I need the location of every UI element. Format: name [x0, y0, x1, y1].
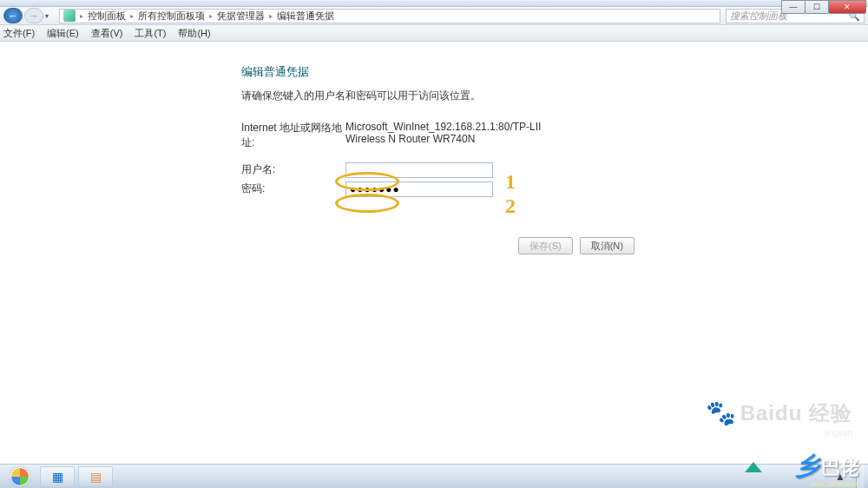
page-heading: 编辑普通凭据 — [241, 64, 868, 80]
paw-icon: 🐾 — [706, 399, 737, 427]
crumb-credential-manager[interactable]: 凭据管理器 — [217, 10, 265, 23]
crumb-control-panel[interactable]: 控制面板 — [88, 10, 126, 23]
site-logo: 乡 巴佬 — [795, 450, 859, 483]
taskbar-app-1[interactable]: ▦ — [40, 466, 75, 487]
nav-forward-button: → — [24, 8, 43, 23]
chevron-right-icon[interactable]: ▸ — [128, 12, 136, 20]
username-label: 用户名: — [241, 162, 345, 177]
window-titlebar: — ☐ ✕ — [0, 0, 868, 7]
menu-help[interactable]: 帮助(H) — [178, 27, 210, 40]
password-label: 密码: — [241, 181, 345, 196]
chevron-right-icon[interactable]: ▸ — [207, 12, 215, 20]
annotation-number-2: 2 — [505, 195, 516, 218]
cancel-button[interactable]: 取消(N) — [580, 237, 635, 254]
watermark: 🐾 Baidu 经验 — [706, 399, 852, 427]
taskbar-app-2[interactable]: ▤ — [78, 466, 113, 487]
menu-file[interactable]: 文件(F) — [3, 27, 35, 40]
watermark-url: jingyan — [825, 428, 852, 438]
address-label: Internet 地址或网络地址: — [241, 121, 345, 150]
crumb-all-items[interactable]: 所有控制面板项 — [138, 10, 205, 23]
taskbar: ▦ ▤ ▲ — [0, 464, 868, 488]
chevron-right-icon[interactable]: ▸ — [77, 12, 86, 20]
control-panel-icon — [63, 10, 76, 22]
minimize-button[interactable]: — — [781, 0, 806, 14]
logo-url: www.386w.com — [810, 480, 858, 488]
annotation-number-1: 1 — [505, 170, 516, 194]
menu-tools[interactable]: 工具(T) — [135, 27, 166, 40]
start-button[interactable] — [3, 465, 36, 488]
menu-bar: 文件(F) 编辑(E) 查看(V) 工具(T) 帮助(H) — [0, 25, 868, 42]
password-input[interactable] — [345, 181, 493, 197]
address-breadcrumb[interactable]: ▸ 控制面板 ▸ 所有控制面板项 ▸ 凭据管理器 ▸ 编辑普通凭据 — [59, 9, 720, 23]
navigation-bar: ← → ▾ ▸ 控制面板 ▸ 所有控制面板项 ▸ 凭据管理器 ▸ 编辑普通凭据 … — [0, 7, 868, 25]
maximize-button[interactable]: ☐ — [805, 0, 829, 14]
watermark-text: Baidu 经验 — [740, 399, 852, 427]
content-area: 编辑普通凭据 请确保您键入的用户名和密码可以用于访问该位置。 Internet … — [0, 42, 868, 464]
logo-part-1: 乡 — [795, 450, 819, 483]
save-button[interactable]: 保存(S) — [518, 237, 573, 254]
crumb-edit-credential[interactable]: 编辑普通凭据 — [277, 10, 334, 23]
nav-back-button[interactable]: ← — [3, 8, 23, 23]
nav-history-dropdown[interactable]: ▾ — [45, 12, 54, 20]
windows-orb-icon — [10, 467, 30, 486]
menu-view[interactable]: 查看(V) — [91, 27, 123, 40]
menu-edit[interactable]: 编辑(E) — [47, 27, 79, 40]
search-placeholder: 搜索控制面板 — [730, 10, 787, 23]
logo-part-2: 巴佬 — [821, 455, 859, 481]
page-subtext: 请确保您键入的用户名和密码可以用于访问该位置。 — [241, 89, 868, 103]
logo-arrow-icon — [745, 462, 762, 472]
address-value-line1: Microsoft_WinInet_192.168.21.1:80/TP-LII — [345, 121, 545, 133]
address-value-line2: Wireless N Router WR740N — [345, 133, 545, 145]
username-input[interactable] — [345, 162, 493, 178]
chevron-right-icon[interactable]: ▸ — [266, 12, 275, 20]
close-button[interactable]: ✕ — [828, 0, 866, 14]
